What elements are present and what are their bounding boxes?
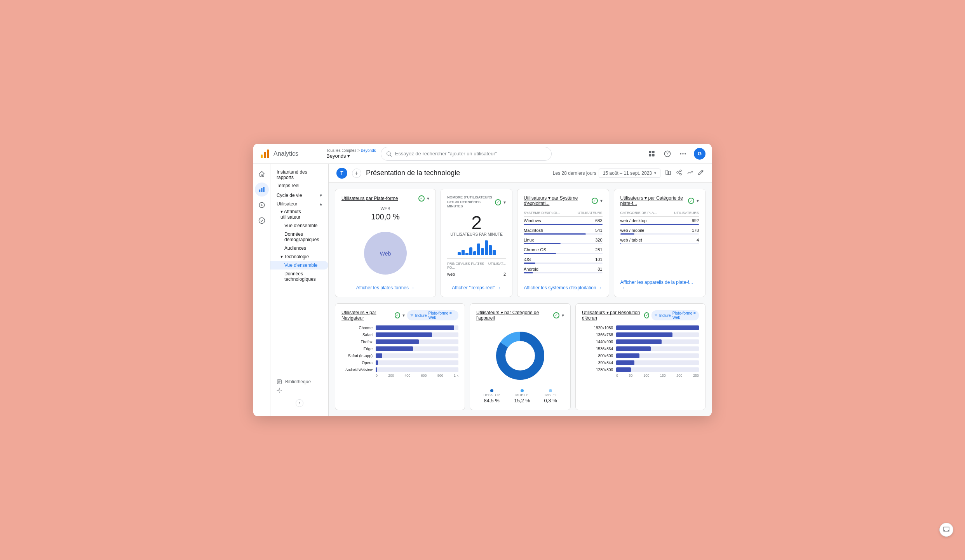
browser-bar-axis: 0 200 400 600 800 1 k [341, 374, 458, 377]
rt-col1: PRINCIPALES PLATES-FO... [447, 262, 488, 270]
svg-rect-8 [652, 154, 655, 156]
svg-rect-14 [259, 190, 260, 192]
rt-count: 2 [447, 214, 506, 232]
collapse-sidebar-btn[interactable]: ‹ [296, 399, 303, 407]
pencil-icon[interactable] [698, 169, 704, 177]
account-name[interactable]: Beyonds ▾ [326, 153, 376, 159]
os-card-title[interactable]: Utilisateurs ▾ par Système d'exploitati.… [524, 195, 592, 206]
cat-link[interactable]: Afficher les appareils de la plate-f... … [620, 280, 699, 290]
sidebar-cycle-label[interactable]: Cycle de vie ▾ [270, 190, 328, 199]
svg-rect-15 [261, 188, 262, 192]
res-filter-icon [655, 313, 657, 317]
svg-rect-2 [267, 150, 269, 158]
trend-icon[interactable] [687, 169, 693, 177]
platform-card-title[interactable]: Utilisateurs par Plate-forme [341, 196, 398, 201]
resolution-bar-axis: 0 50 100 150 200 250 [582, 374, 699, 377]
sidebar-technologie[interactable]: ▾ Technologie [270, 252, 328, 261]
avatar[interactable]: G [694, 148, 705, 160]
res-label-1280: 1280x800 [582, 368, 613, 372]
browser-card-header: Utilisateurs ▾ par Navigateur ✓ ▾ Inclur… [341, 310, 458, 321]
sidebar-settings[interactable] [277, 388, 322, 393]
svg-rect-6 [652, 151, 655, 153]
device-card-title[interactable]: Utilisateurs ▾ par Catégorie de l'appare… [476, 310, 553, 321]
resolution-card-header: Utilisateurs ▾ par Résolution d'écran ✓ … [582, 310, 699, 321]
rt-table-header: PRINCIPALES PLATES-FO... UTILISAT... [447, 262, 506, 270]
reports-icon[interactable] [255, 183, 269, 197]
legend-tablet: TABLET 0,3 % [544, 389, 557, 403]
res-row-1440: 1440x900 [582, 339, 699, 344]
date-range-btn[interactable]: 15 août – 11 sept. 2023 ▾ [599, 169, 660, 178]
svg-point-25 [680, 170, 681, 171]
svg-line-4 [390, 155, 392, 157]
rt-bar [458, 252, 461, 255]
chat-bubble[interactable] [939, 523, 953, 537]
realtime-card-actions: ✓ ▾ [495, 199, 506, 205]
browser-window: Analytics Tous les comptes > Beyonds Bey… [253, 144, 712, 416]
rt-bar [481, 248, 484, 255]
os-row-chromeos: Chrome OS 281 [524, 246, 603, 256]
rt-chart [447, 240, 506, 255]
browser-card-title[interactable]: Utilisateurs ▾ par Navigateur [341, 310, 395, 321]
breadcrumb-path: Tous les comptes > Beyonds [326, 148, 376, 153]
platform-link[interactable]: Afficher les plates-formes → [356, 285, 415, 290]
resolution-card-title[interactable]: Utilisateurs ▾ par Résolution d'écran [582, 310, 644, 321]
add-report-icon[interactable]: + [352, 169, 361, 178]
resolution-bar-chart: 1920x1080 1366x768 1440x900 [582, 325, 699, 372]
sidebar-demog[interactable]: Données démographiques [270, 230, 328, 244]
rt-bar [462, 250, 465, 255]
browser-label-opera: Opera [341, 361, 373, 365]
svg-line-29 [678, 173, 680, 174]
sidebar-item-tempsreel[interactable]: Temps réel [270, 181, 328, 190]
compare-icon[interactable] [665, 169, 671, 177]
grid-icon[interactable] [647, 149, 657, 158]
device-donut-svg [493, 329, 547, 383]
logo-area: Analytics [260, 148, 322, 159]
cat-table-header: CATÉGORIE DE PLA... UTILISATEURS [620, 211, 699, 217]
sidebar-attributs[interactable]: ▾ Attributs utilisateur [270, 207, 328, 221]
sidebar-utilisateur-label[interactable]: Utilisateur ▴ [270, 199, 328, 207]
web-label: WEB [380, 206, 390, 211]
browser-label-safari: Safari [341, 333, 373, 337]
category-card-title[interactable]: Utilisateurs ▾ par Catégorie de plate-f.… [620, 195, 688, 206]
rt-dropdown-icon[interactable]: ▾ [503, 200, 506, 205]
web-pct: 100,0 % [371, 212, 399, 221]
main-layout: Instantané des rapports Temps réel Cycle… [253, 164, 712, 416]
sidebar-donnees-tech[interactable]: Données technologiques [270, 270, 328, 283]
category-card-header: Utilisateurs ▾ par Catégorie de plate-f.… [620, 195, 699, 206]
res-row-1366: 1366x768 [582, 332, 699, 337]
sidebar-audiences[interactable]: Audiences [270, 244, 328, 252]
cat-dropdown-icon[interactable]: ▾ [697, 198, 699, 203]
explore-icon[interactable] [255, 198, 269, 212]
platform-dropdown-icon[interactable]: ▾ [427, 196, 429, 201]
share-icon[interactable] [676, 169, 682, 177]
sidebar-vue2[interactable]: Vue d'ensemble [270, 261, 328, 270]
advertising-icon[interactable] [255, 214, 269, 228]
res-row-390: 390x844 [582, 360, 699, 365]
res-row-1920: 1920x1080 [582, 325, 699, 330]
more-icon[interactable] [678, 149, 688, 158]
category-table: CATÉGORIE DE PLA... UTILISATEURS web / d… [620, 211, 699, 246]
os-row-windows: Windows 683 [524, 217, 603, 226]
cat-col2: UTILISATEURS [674, 211, 699, 215]
browser-filter-value: Plate-forme = Web [428, 311, 455, 320]
rt-row-platform: web [447, 272, 455, 277]
rt-link[interactable]: Afficher "Temps réel" → [452, 285, 501, 290]
os-link[interactable]: Afficher les systèmes d'exploitation → [524, 285, 603, 290]
browser-row-android-webview: Android Webview [341, 367, 458, 372]
sidebar-vue1[interactable]: Vue d'ensemble [270, 221, 328, 230]
sidebar-bibliotheque[interactable]: Bibliothèque [277, 379, 322, 384]
check-icon: ✓ [418, 195, 425, 202]
help-icon[interactable]: ? [663, 149, 672, 158]
home-icon[interactable] [255, 167, 269, 181]
sidebar: Instantané des rapports Temps réel Cycle… [270, 164, 329, 416]
res-label-1920: 1920x1080 [582, 326, 613, 330]
svg-rect-24 [669, 171, 671, 175]
realtime-title: NOMBRE D'UTILISATEURS CES 30 DERNIÈRES M… [447, 195, 495, 209]
os-dropdown-icon[interactable]: ▾ [600, 198, 603, 203]
search-bar[interactable]: Essayez de rechercher "ajouter un utilis… [381, 147, 552, 161]
rt-bar [477, 243, 480, 255]
cards-row-1: Utilisateurs par Plate-forme ✓ ▾ WEB 100… [335, 189, 705, 297]
instantane-label[interactable]: Instantané des rapports [270, 167, 328, 181]
device-dropdown-icon[interactable]: ▾ [562, 313, 564, 318]
browser-dropdown-icon[interactable]: ▾ [402, 313, 405, 318]
